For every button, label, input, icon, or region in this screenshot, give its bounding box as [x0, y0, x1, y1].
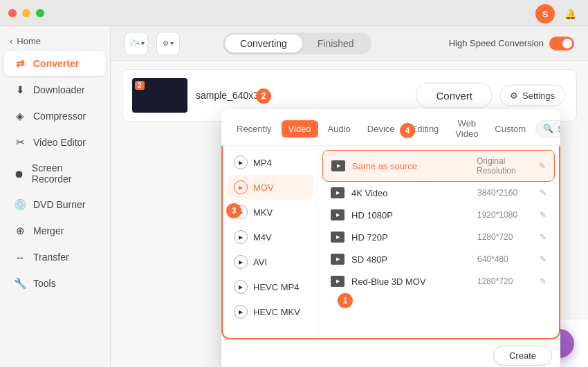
notification-button[interactable]: 🔔	[560, 4, 580, 23]
title-bar: S 🔔	[0, 0, 588, 26]
top-bar: 📄+ ▾ ⚙ ▾ Converting Finished High Speed …	[111, 26, 588, 61]
format-footer: Create	[221, 339, 560, 367]
sidebar-item-screen-recorder[interactable]: ⏺ Screen Recorder	[4, 156, 106, 191]
gear-icon: ⚙	[163, 39, 169, 47]
resolution-icon	[331, 160, 345, 171]
badge-4: 4	[400, 123, 415, 138]
dropdown-arrow: ▾	[141, 39, 145, 47]
minimize-button[interactable]	[22, 9, 30, 17]
video-editor-icon: ✂	[14, 136, 26, 149]
format-item-hevc-mkv[interactable]: ▶ HEVC MKV	[227, 299, 313, 324]
tab-audio[interactable]: Audio	[321, 120, 358, 138]
sidebar-item-label: Merger	[33, 225, 64, 236]
sidebar-item-merger[interactable]: ⊕ Merger	[4, 218, 106, 243]
sidebar-item-transfer[interactable]: ↔ Transfer	[4, 245, 106, 270]
resolution-4k[interactable]: 4K Video 3840*2160 ✎	[322, 182, 555, 204]
high-speed-toggle[interactable]	[549, 37, 574, 50]
close-button[interactable]	[8, 9, 17, 17]
sidebar-home[interactable]: ‹ Home	[0, 32, 110, 50]
resolution-icon	[331, 254, 344, 265]
dvd-burner-icon: 💿	[14, 198, 26, 211]
tab-custom[interactable]: Custom	[488, 120, 533, 138]
tab-device[interactable]: Device	[360, 120, 402, 138]
tab-recently[interactable]: Recently	[230, 120, 279, 138]
edit-icon[interactable]: ✎	[540, 254, 546, 264]
add-file-button[interactable]: 📄+ ▾	[125, 32, 148, 55]
transfer-icon: ↔	[14, 251, 26, 263]
sidebar-item-tools[interactable]: 🔧 Tools	[4, 271, 106, 296]
sidebar-item-label: Tools	[33, 278, 56, 289]
format-item-mp4[interactable]: ▶ MP4	[227, 150, 313, 175]
sidebar-item-label: Screen Recorder	[32, 162, 96, 185]
search-icon: 🔍	[543, 124, 553, 133]
avatar[interactable]: S	[535, 4, 555, 23]
screen-recorder-icon: ⏺	[14, 167, 25, 180]
top-right-icons: S 🔔	[535, 4, 580, 23]
converter-icon: ⇄	[14, 57, 26, 70]
format-popup: Recently Video Audio Device Editing Web …	[221, 109, 560, 367]
sidebar-item-downloader[interactable]: ⬇ Downloader	[4, 77, 106, 102]
high-speed-label: High Speed Conversion	[449, 38, 544, 48]
format-tabs: Recently Video Audio Device Editing Web …	[221, 109, 560, 146]
search-input[interactable]	[558, 124, 560, 134]
edit-icon[interactable]: ✎	[540, 188, 546, 198]
chevron-left-icon: ‹	[10, 36, 12, 46]
resolution-3d-mov[interactable]: Red-Blue 3D MOV 1280*720 ✎	[322, 270, 555, 292]
sidebar-item-label: Video Editor	[33, 137, 86, 148]
search-box[interactable]: 🔍	[535, 120, 560, 138]
tab-video[interactable]: Video	[282, 120, 318, 138]
high-speed-section: High Speed Conversion	[449, 37, 574, 50]
tab-web-video[interactable]: Web Video	[448, 115, 485, 142]
mp4-icon: ▶	[234, 156, 248, 169]
resolution-icon	[331, 209, 344, 220]
format-item-hevc-mp4[interactable]: ▶ HEVC MP4	[227, 274, 313, 299]
resolution-icon	[331, 187, 344, 198]
add-icon: 📄+	[128, 39, 140, 47]
merger-icon: ⊕	[14, 225, 26, 237]
right-actions: Convert ⚙ Settings	[416, 83, 565, 109]
file-thumbnail: 2	[132, 78, 187, 113]
tab-group: Converting Finished	[223, 32, 371, 55]
resolution-list: Same as source Original Resolution ✎ 4K …	[318, 146, 560, 339]
convert-button[interactable]: Convert	[416, 83, 493, 109]
resolution-same-source[interactable]: Same as source Original Resolution ✎	[322, 150, 555, 182]
settings-button[interactable]: ⚙ ▾	[156, 32, 180, 55]
avi-icon: ▶	[234, 255, 248, 269]
sidebar-item-dvd-burner[interactable]: 💿 DVD Burner	[4, 192, 106, 217]
resolution-720p[interactable]: HD 720P 1280*720 ✎	[322, 226, 555, 248]
edit-icon[interactable]: ✎	[540, 276, 546, 286]
format-content: ▶ MP4 ▶ MOV ▶ MKV ▶ M4V	[221, 146, 560, 339]
file-count-badge: 2	[135, 81, 145, 90]
edit-icon[interactable]: ✎	[540, 210, 546, 220]
tab-finished[interactable]: Finished	[302, 35, 369, 53]
create-button[interactable]: Create	[493, 346, 552, 366]
resolution-1080p[interactable]: HD 1080P 1920*1080 ✎	[322, 204, 555, 226]
format-item-mov[interactable]: ▶ MOV	[227, 175, 313, 200]
sidebar-item-label: Transfer	[33, 252, 69, 263]
sidebar-item-video-editor[interactable]: ✂ Video Editor	[4, 130, 106, 155]
badge-3: 3	[226, 203, 241, 218]
edit-icon[interactable]: ✎	[540, 232, 546, 242]
format-item-avi[interactable]: ▶ AVI	[227, 250, 313, 274]
sidebar-item-label: Compressor	[33, 111, 86, 122]
main-layout: ‹ Home ⇄ Converter ⬇ Downloader ◈ Compre…	[0, 26, 588, 367]
format-item-m4v[interactable]: ▶ M4V	[227, 225, 313, 250]
tab-converting[interactable]: Converting	[225, 35, 302, 53]
edit-icon[interactable]: ✎	[539, 161, 546, 171]
sidebar-item-compressor[interactable]: ◈ Compressor	[4, 104, 106, 129]
resolution-480p[interactable]: SD 480P 640*480 ✎	[322, 248, 555, 270]
resolution-icon	[331, 232, 344, 243]
home-label: Home	[17, 36, 41, 46]
badge-1: 1	[338, 293, 353, 308]
sidebar: ‹ Home ⇄ Converter ⬇ Downloader ◈ Compre…	[0, 26, 111, 367]
settings-button-right[interactable]: ⚙ Settings	[499, 85, 565, 106]
sidebar-item-label: Converter	[33, 58, 79, 69]
compressor-icon: ◈	[14, 110, 26, 122]
sidebar-item-label: DVD Burner	[33, 199, 85, 210]
badge-2: 2	[256, 88, 271, 104]
dropdown-arrow: ▾	[170, 39, 174, 47]
mov-icon: ▶	[234, 180, 248, 194]
resolution-icon	[331, 276, 344, 287]
maximize-button[interactable]	[36, 9, 44, 17]
sidebar-item-converter[interactable]: ⇄ Converter	[4, 51, 106, 76]
